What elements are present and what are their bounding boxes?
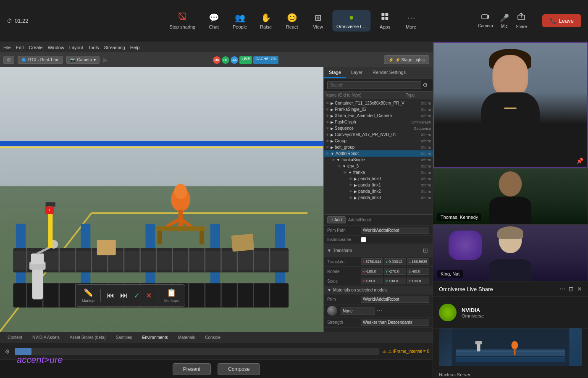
present-btn[interactable]: Present — [173, 363, 211, 375]
tab-environments[interactable]: Environments — [138, 334, 172, 341]
markup-confirm-btn[interactable]: ✓ — [134, 291, 140, 300]
menu-create[interactable]: Create — [29, 45, 43, 50]
toolbar-camera-btn[interactable]: 📷 Camera ▾ — [66, 56, 100, 64]
tree-item-5[interactable]: 👁 ▶ ConveyorBelt_A17_PR_NVD_01 Xform — [324, 131, 433, 138]
transform-section-header[interactable]: ▼ Transform ⊡ — [324, 244, 433, 257]
compose-btn[interactable]: Compose — [218, 363, 260, 375]
menu-streaming[interactable]: Streaming — [104, 45, 125, 50]
menu-help[interactable]: Help — [130, 45, 140, 50]
menu-file[interactable]: File — [3, 45, 11, 50]
tree-item-franka[interactable]: 👁 ▼ franka Xform — [324, 169, 433, 176]
chevron-down-icon: ▾ — [94, 58, 96, 62]
menu-layout[interactable]: Layout — [69, 45, 83, 50]
panel-popout-btn[interactable]: ⊡ — [569, 286, 574, 292]
menu-edit[interactable]: Edit — [16, 45, 24, 50]
markup-next-btn[interactable]: ⏭ — [120, 291, 128, 300]
scale-z-val[interactable]: Z 100.0 — [407, 278, 429, 284]
raise-icon: ✋ — [261, 13, 271, 23]
translate-z-val[interactable]: Z 186.5935 — [407, 258, 429, 265]
camera-ctrl[interactable]: Camera — [478, 13, 493, 28]
view-btn[interactable]: ⊞ View — [306, 10, 330, 32]
strength-value[interactable]: Weaker than Descendants — [361, 319, 429, 326]
rotate-x-val[interactable]: X -180.0 — [361, 268, 383, 275]
prop-add-btn[interactable]: + Add — [327, 216, 346, 223]
svg-rect-66 — [156, 226, 205, 231]
timeline-track[interactable] — [15, 348, 379, 355]
leave-button[interactable]: 📞 Leave — [542, 14, 581, 27]
tree-item-7[interactable]: 👁 ▶ belt_group Xform — [324, 144, 433, 150]
more-btn[interactable]: ⋯ More — [399, 10, 423, 32]
scale-x-val[interactable]: X 100.0 — [361, 278, 383, 284]
tree-item-3[interactable]: 👁 ▶ PushGraph OmniGraph — [324, 119, 433, 125]
markup-close-btn[interactable]: ✕ — [146, 291, 152, 300]
translate-y-val[interactable]: Y 0.00012 — [384, 258, 406, 265]
mat-none-value[interactable]: None — [341, 307, 375, 315]
stop-sharing-btn[interactable]: Stop sharing — [165, 10, 200, 32]
omniverse-btn[interactable]: ● Omniverse L... — [332, 10, 371, 32]
tab-materials[interactable]: Materials — [174, 334, 200, 341]
markup-pencil-btn[interactable]: ✏️ Markup — [82, 288, 94, 303]
tree-item-frankasingle[interactable]: 👁 ▼ frankaSingle Xform — [324, 157, 433, 163]
stage-search-input[interactable] — [327, 81, 421, 89]
3d-viewport[interactable]: ! ✏️ Markup ⏮ ⏭ ✓ — [0, 67, 323, 332]
mic-ctrl[interactable]: 🎤 Mic — [500, 13, 509, 29]
materials-section-header[interactable]: ▼ Materials on selected models — [324, 286, 433, 294]
tree-item-env3[interactable]: 👁 ▼ env_3 Xform — [324, 163, 433, 169]
raise-btn[interactable]: ✋ Raise — [254, 10, 278, 32]
tree-item-4[interactable]: 👁 ▶ Sequence Sequence — [324, 125, 433, 131]
tab-asset-stores[interactable]: Asset Stores (beta) — [66, 334, 110, 341]
scale-y-val[interactable]: Y 100.0 — [384, 278, 406, 284]
timeline-settings-btn[interactable]: ⚙ — [3, 347, 11, 356]
transform-options-btn[interactable]: ⊡ — [422, 246, 429, 255]
tree-type-4: Sequence — [414, 126, 431, 131]
share-icon — [517, 13, 525, 23]
stage-tab-stage[interactable]: Stage — [324, 67, 346, 78]
expand-icon: ▶ — [354, 183, 357, 187]
tree-item-1[interactable]: 👁 ▶ FrankaSingle_02 Xform — [324, 106, 433, 113]
tree-item-link3[interactable]: 👁 ▶ panda_link3 Xform — [324, 194, 433, 201]
mat-prim-value[interactable]: /World/AddtnlRobot — [361, 296, 429, 303]
badge-us: US — [213, 56, 220, 64]
rotate-y-val[interactable]: Y -270.0 — [384, 268, 406, 275]
tab-nvidia-assets[interactable]: NVIDIA Assets — [28, 334, 64, 341]
expand-icon: ▶ — [354, 177, 357, 181]
mat-options-btn[interactable]: ⋯ — [375, 306, 383, 315]
stage-tab-render[interactable]: Render Settings — [368, 67, 411, 78]
rotate-z-val[interactable]: Z -90.0 — [407, 268, 429, 275]
sz-label: Z — [409, 279, 411, 283]
stage-lights-btn[interactable]: ⚡ ⚡ Stage Lights — [384, 55, 429, 64]
translate-x-val[interactable]: X 3756.044 — [361, 258, 383, 265]
toolbar-grid-btn[interactable]: ⊞ — [3, 56, 14, 64]
share-ctrl[interactable]: Share — [516, 13, 527, 29]
tab-samples[interactable]: Samples — [112, 334, 136, 341]
menu-tools[interactable]: Tools — [88, 45, 99, 50]
tree-item-6[interactable]: 👁 ▶ Group Xform — [324, 138, 433, 144]
tree-type-11: Xform — [421, 171, 431, 175]
tree-item-2[interactable]: 👁 ▶ Xform_For_Animated_Camera Xform — [324, 113, 433, 119]
tree-item-link2[interactable]: 👁 ▶ panda_link2 Xform — [324, 188, 433, 194]
panel-close-btn[interactable]: ✕ — [577, 286, 582, 292]
instanceable-checkbox[interactable] — [361, 237, 366, 242]
stage-filter-btn[interactable]: ⚙ — [421, 80, 429, 89]
tree-item-link0[interactable]: 👁 ▶ panda_link0 Xform — [324, 176, 433, 182]
prim-path-value[interactable]: /World/AddtnlRobot — [361, 227, 429, 234]
rz-label: Z — [409, 270, 411, 273]
tree-type-2: Xform — [421, 114, 431, 118]
tab-console[interactable]: Console — [201, 334, 225, 341]
react-btn[interactable]: 😊 React — [280, 10, 304, 32]
people-btn[interactable]: 👥 People — [228, 10, 252, 32]
video-pin-icon[interactable]: 📌 — [576, 158, 583, 164]
chat-btn[interactable]: 💬 Chat — [202, 10, 226, 32]
tree-item-addtnlrobot[interactable]: 👁 ▼ AddtnlRobot Xform — [324, 150, 433, 157]
tree-item-0[interactable]: 👁 ▶ Container_F11_123x80x80cm_PR_V Xform — [324, 100, 433, 106]
markup-prev-btn[interactable]: ⏮ — [107, 291, 114, 300]
tab-content[interactable]: Content — [3, 334, 26, 341]
prop-add-row: + Add AddtnlRobot — [324, 215, 433, 226]
leave-phone-icon: 📞 — [550, 18, 556, 24]
tree-item-link1[interactable]: 👁 ▶ panda_link1 Xform — [324, 182, 433, 188]
panel-more-btn[interactable]: ⋯ — [559, 286, 565, 292]
stage-tab-layer[interactable]: Layer — [346, 67, 368, 78]
toolbar-rtx-btn[interactable]: 🔷 RTX - Real-Time — [18, 56, 63, 64]
apps-btn[interactable]: Apps — [373, 10, 397, 32]
menu-window[interactable]: Window — [48, 45, 64, 50]
